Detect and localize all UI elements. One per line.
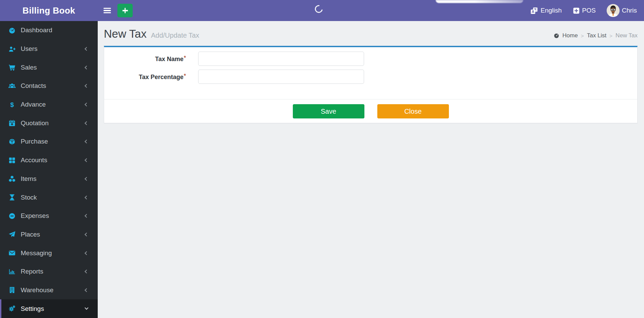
language-menu[interactable]: A English [530, 7, 562, 15]
chevron-left-icon [84, 121, 88, 125]
user-plus-icon [7, 45, 16, 53]
menu-toggle-button[interactable] [103, 7, 112, 14]
sidebar-item-advance[interactable]: $Advance [0, 95, 98, 114]
tax-percentage-label: Tax Percentage* [104, 73, 186, 81]
tax-name-input[interactable] [198, 52, 364, 66]
sidebar-item-label: Sales [21, 64, 85, 71]
sidebar-item-label: Settings [21, 305, 85, 313]
calendar-plus-icon [7, 119, 16, 127]
sidebar-item-label: Quotation [21, 119, 85, 127]
user-menu[interactable]: Chris [607, 4, 637, 17]
sidebar-item-expenses[interactable]: Expenses [0, 207, 98, 225]
page-header: New Tax Add/Update Tax Home > Tax List >… [104, 26, 638, 42]
sidebar-item-label: Places [21, 231, 85, 238]
page-titles: New Tax Add/Update Tax [104, 27, 199, 40]
tax-form-body: Tax Name* Tax Percentage* [104, 47, 637, 99]
tax-percentage-input[interactable] [198, 70, 364, 84]
sidebar-item-label: Advance [21, 101, 85, 108]
minus-circle-icon [7, 212, 16, 220]
chevron-left-icon [84, 84, 88, 88]
page-subtitle: Add/Update Tax [151, 32, 199, 39]
sidebar-item-items[interactable]: Items [0, 170, 98, 188]
breadcrumb-current: New Tax [615, 32, 638, 39]
sidebar-item-label: Messaging [21, 249, 85, 257]
chevron-left-icon [84, 140, 88, 144]
envelope-icon [7, 249, 16, 257]
language-label: English [541, 7, 562, 14]
cubes-icon [7, 175, 16, 183]
quick-add-button[interactable] [117, 4, 133, 17]
sidebar-item-label: Warehouse [21, 286, 85, 294]
sidebar-item-label: Stock [21, 194, 85, 201]
hourglass-icon [7, 193, 16, 202]
sidebar-item-stock[interactable]: Stock [0, 188, 98, 207]
sidebar-item-contacts[interactable]: Contacts [0, 77, 98, 95]
sidebar-item-sales[interactable]: Sales [0, 58, 98, 77]
sidebar-item-reports[interactable]: Reports [0, 262, 98, 281]
paper-plane-icon [7, 230, 16, 239]
white-glare-artifact [436, 0, 523, 3]
sidebar-item-label: Accounts [21, 156, 85, 164]
sidebar-item-purchase[interactable]: Purchase [0, 132, 98, 151]
sidebar-item-label: Contacts [21, 82, 85, 90]
chevron-left-icon [84, 232, 88, 236]
svg-text:A: A [532, 9, 534, 13]
close-button[interactable]: Close [377, 104, 449, 118]
form-row-tax-name: Tax Name* [104, 52, 637, 66]
sidebar-item-label: Dashboard [21, 26, 89, 34]
building-icon [7, 286, 16, 294]
required-asterisk: * [184, 55, 186, 61]
sidebar-item-label: Reports [21, 268, 85, 275]
form-row-tax-percentage: Tax Percentage* [104, 70, 637, 84]
grid-icon [7, 156, 16, 164]
chevron-left-icon [84, 270, 88, 274]
sidebar-item-label: Purchase [21, 138, 85, 145]
chevron-left-icon [84, 195, 88, 199]
chevron-left-icon [84, 66, 88, 69]
page-title: New Tax [104, 27, 147, 40]
main-content: New Tax Add/Update Tax Home > Tax List >… [98, 21, 644, 318]
sidebar-item-accounts[interactable]: Accounts [0, 151, 98, 170]
dollar-icon: $ [7, 100, 16, 109]
sidebar-item-users[interactable]: Users [0, 40, 98, 58]
breadcrumb: Home > Tax List > New Tax [553, 32, 638, 39]
cube-icon [7, 137, 16, 146]
chevron-down-icon [84, 306, 88, 310]
breadcrumb-home[interactable]: Home [563, 32, 578, 39]
sidebar: DashboardUsersSalesContacts$AdvanceQuota… [0, 21, 98, 318]
pos-button[interactable]: POS [573, 7, 596, 14]
sidebar-item-quotation[interactable]: Quotation [0, 114, 98, 132]
bar-chart-icon [7, 267, 16, 276]
sidebar-item-warehouse[interactable]: Warehouse [0, 281, 98, 300]
hamburger-icon [103, 8, 111, 9]
required-asterisk: * [184, 73, 186, 79]
dashboard-gauge-icon [553, 33, 560, 39]
plus-square-icon [573, 7, 580, 14]
sidebar-item-places[interactable]: Places [0, 225, 98, 244]
chevron-left-icon [84, 251, 88, 255]
topbar: Billing Book A English [0, 0, 644, 21]
chevron-left-icon [84, 288, 88, 292]
save-button[interactable]: Save [293, 104, 364, 118]
breadcrumb-separator: > [581, 33, 584, 39]
avatar [607, 4, 620, 17]
tachometer-icon [7, 26, 16, 34]
language-icon: A [530, 7, 538, 15]
sidebar-item-label: Items [21, 175, 85, 183]
shopping-cart-icon [7, 63, 16, 72]
pos-label: POS [582, 7, 596, 14]
loading-spinner-icon [313, 3, 324, 14]
sidebar-item-dashboard[interactable]: Dashboard [0, 21, 98, 40]
svg-text:$: $ [10, 101, 14, 108]
user-name: Chris [622, 7, 637, 14]
sidebar-item-messaging[interactable]: Messaging [0, 244, 98, 262]
chevron-left-icon [84, 177, 88, 181]
tax-name-label: Tax Name* [104, 55, 186, 63]
brand: Billing Book [0, 0, 98, 21]
sidebar-item-settings[interactable]: Settings [0, 299, 98, 318]
cogs-icon [7, 305, 16, 313]
sidebar-item-label: Expenses [21, 212, 85, 220]
breadcrumb-tax-list[interactable]: Tax List [587, 32, 607, 39]
sidebar-item-label: Users [21, 45, 85, 53]
topbar-right-group: A English POS [530, 4, 644, 17]
